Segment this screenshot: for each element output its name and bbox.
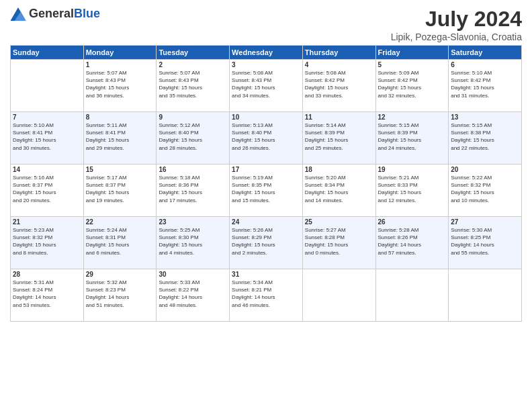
day-info: Sunrise: 5:27 AM Sunset: 8:28 PM Dayligh…: [305, 226, 373, 257]
calendar-cell: [302, 269, 375, 322]
day-number: 9: [159, 113, 227, 121]
day-number: 1: [86, 61, 154, 68]
day-info: Sunrise: 5:08 AM Sunset: 8:42 PM Dayligh…: [305, 69, 373, 99]
calendar-body: 1Sunrise: 5:07 AM Sunset: 8:43 PM Daylig…: [11, 60, 522, 322]
day-info: Sunrise: 5:30 AM Sunset: 8:25 PM Dayligh…: [451, 226, 519, 257]
calendar-cell: 10Sunrise: 5:13 AM Sunset: 8:40 PM Dayli…: [230, 112, 303, 165]
header-monday: Monday: [83, 46, 157, 60]
calendar-cell: 11Sunrise: 5:14 AM Sunset: 8:39 PM Dayli…: [302, 112, 375, 165]
calendar-cell: 27Sunrise: 5:30 AM Sunset: 8:25 PM Dayli…: [449, 217, 522, 269]
day-number: 11: [305, 113, 373, 121]
day-number: 31: [232, 271, 300, 278]
day-number: 7: [13, 113, 81, 121]
day-info: Sunrise: 5:09 AM Sunset: 8:42 PM Dayligh…: [378, 69, 447, 99]
header-thursday: Thursday: [302, 46, 375, 60]
day-number: 24: [232, 218, 300, 226]
day-info: Sunrise: 5:14 AM Sunset: 8:39 PM Dayligh…: [305, 122, 373, 152]
page-container: GeneralBlue July 2024 Lipik, Pozega-Slav…: [0, 0, 532, 328]
calendar-cell: 30Sunrise: 5:33 AM Sunset: 8:22 PM Dayli…: [157, 269, 230, 322]
day-number: 3: [232, 61, 300, 68]
calendar-cell: 24Sunrise: 5:26 AM Sunset: 8:29 PM Dayli…: [230, 217, 303, 269]
day-info: Sunrise: 5:33 AM Sunset: 8:22 PM Dayligh…: [159, 279, 227, 309]
day-info: Sunrise: 5:17 AM Sunset: 8:37 PM Dayligh…: [86, 174, 154, 204]
day-number: 25: [305, 218, 373, 226]
day-number: 12: [378, 113, 447, 121]
title-block: July 2024 Lipik, Pozega-Slavonia, Croati…: [391, 7, 522, 42]
day-number: 23: [159, 218, 227, 226]
day-info: Sunrise: 5:10 AM Sunset: 8:41 PM Dayligh…: [13, 122, 81, 152]
day-number: 29: [86, 271, 154, 278]
calendar-cell: 31Sunrise: 5:34 AM Sunset: 8:21 PM Dayli…: [230, 269, 303, 322]
day-info: Sunrise: 5:25 AM Sunset: 8:30 PM Dayligh…: [159, 226, 227, 257]
day-number: 2: [159, 61, 227, 68]
calendar-cell: 5Sunrise: 5:09 AM Sunset: 8:42 PM Daylig…: [375, 60, 449, 112]
week-row-3: 14Sunrise: 5:16 AM Sunset: 8:37 PM Dayli…: [11, 165, 522, 217]
day-number: 28: [13, 271, 81, 278]
day-info: Sunrise: 5:24 AM Sunset: 8:31 PM Dayligh…: [86, 226, 154, 257]
day-info: Sunrise: 5:15 AM Sunset: 8:39 PM Dayligh…: [378, 122, 447, 152]
day-number: 10: [232, 113, 300, 121]
calendar-cell: [449, 269, 522, 322]
calendar-cell: 1Sunrise: 5:07 AM Sunset: 8:43 PM Daylig…: [83, 60, 157, 112]
calendar-cell: [11, 60, 84, 112]
day-number: 16: [159, 166, 227, 173]
day-info: Sunrise: 5:28 AM Sunset: 8:26 PM Dayligh…: [378, 226, 447, 257]
calendar-cell: 13Sunrise: 5:15 AM Sunset: 8:38 PM Dayli…: [449, 112, 522, 165]
day-number: 20: [451, 166, 519, 173]
day-info: Sunrise: 5:26 AM Sunset: 8:29 PM Dayligh…: [232, 226, 300, 257]
calendar-cell: 19Sunrise: 5:21 AM Sunset: 8:33 PM Dayli…: [375, 165, 449, 217]
calendar-cell: 22Sunrise: 5:24 AM Sunset: 8:31 PM Dayli…: [83, 217, 157, 269]
day-info: Sunrise: 5:34 AM Sunset: 8:21 PM Dayligh…: [232, 279, 300, 309]
calendar-cell: 20Sunrise: 5:22 AM Sunset: 8:32 PM Dayli…: [449, 165, 522, 217]
header-tuesday: Tuesday: [157, 46, 230, 60]
day-info: Sunrise: 5:19 AM Sunset: 8:35 PM Dayligh…: [232, 174, 300, 204]
header-wednesday: Wednesday: [230, 46, 303, 60]
calendar-cell: 18Sunrise: 5:20 AM Sunset: 8:34 PM Dayli…: [302, 165, 375, 217]
location: Lipik, Pozega-Slavonia, Croatia: [391, 32, 522, 42]
calendar-cell: [375, 269, 449, 322]
calendar-cell: 17Sunrise: 5:19 AM Sunset: 8:35 PM Dayli…: [230, 165, 303, 217]
week-row-4: 21Sunrise: 5:23 AM Sunset: 8:32 PM Dayli…: [11, 217, 522, 269]
day-info: Sunrise: 5:16 AM Sunset: 8:37 PM Dayligh…: [13, 174, 81, 204]
week-row-5: 28Sunrise: 5:31 AM Sunset: 8:24 PM Dayli…: [11, 269, 522, 322]
calendar-cell: 2Sunrise: 5:07 AM Sunset: 8:43 PM Daylig…: [157, 60, 230, 112]
calendar-cell: 23Sunrise: 5:25 AM Sunset: 8:30 PM Dayli…: [157, 217, 230, 269]
day-number: 5: [378, 61, 447, 68]
calendar-cell: 9Sunrise: 5:12 AM Sunset: 8:40 PM Daylig…: [157, 112, 230, 165]
day-number: 18: [305, 166, 373, 173]
calendar-table: Sunday Monday Tuesday Wednesday Thursday…: [10, 45, 522, 322]
days-header-row: Sunday Monday Tuesday Wednesday Thursday…: [11, 46, 522, 60]
day-info: Sunrise: 5:11 AM Sunset: 8:41 PM Dayligh…: [86, 122, 154, 152]
logo-blue: Blue: [74, 7, 100, 20]
day-info: Sunrise: 5:32 AM Sunset: 8:23 PM Dayligh…: [86, 279, 154, 309]
header-sunday: Sunday: [11, 46, 84, 60]
day-number: 17: [232, 166, 300, 173]
logo-text: GeneralBlue: [29, 7, 100, 21]
day-number: 15: [86, 166, 154, 173]
day-info: Sunrise: 5:07 AM Sunset: 8:43 PM Dayligh…: [159, 69, 227, 99]
header-saturday: Saturday: [449, 46, 522, 60]
week-row-1: 1Sunrise: 5:07 AM Sunset: 8:43 PM Daylig…: [11, 60, 522, 112]
calendar-cell: 15Sunrise: 5:17 AM Sunset: 8:37 PM Dayli…: [83, 165, 157, 217]
calendar-cell: 26Sunrise: 5:28 AM Sunset: 8:26 PM Dayli…: [375, 217, 449, 269]
logo-general: General: [29, 7, 74, 20]
header-friday: Friday: [375, 46, 449, 60]
calendar-cell: 3Sunrise: 5:08 AM Sunset: 8:43 PM Daylig…: [230, 60, 303, 112]
day-number: 14: [13, 166, 81, 173]
day-info: Sunrise: 5:20 AM Sunset: 8:34 PM Dayligh…: [305, 174, 373, 204]
day-info: Sunrise: 5:22 AM Sunset: 8:32 PM Dayligh…: [451, 174, 519, 204]
day-info: Sunrise: 5:21 AM Sunset: 8:33 PM Dayligh…: [378, 174, 447, 204]
day-number: 6: [451, 61, 519, 68]
logo: GeneralBlue: [10, 7, 100, 21]
logo-icon: [10, 7, 26, 21]
calendar-cell: 25Sunrise: 5:27 AM Sunset: 8:28 PM Dayli…: [302, 217, 375, 269]
calendar-cell: 4Sunrise: 5:08 AM Sunset: 8:42 PM Daylig…: [302, 60, 375, 112]
month-year: July 2024: [391, 7, 522, 32]
day-number: 4: [305, 61, 373, 68]
day-number: 19: [378, 166, 447, 173]
day-number: 13: [451, 113, 519, 121]
day-info: Sunrise: 5:07 AM Sunset: 8:43 PM Dayligh…: [86, 69, 154, 99]
calendar-cell: 14Sunrise: 5:16 AM Sunset: 8:37 PM Dayli…: [11, 165, 84, 217]
day-info: Sunrise: 5:23 AM Sunset: 8:32 PM Dayligh…: [13, 226, 81, 257]
day-info: Sunrise: 5:12 AM Sunset: 8:40 PM Dayligh…: [159, 122, 227, 152]
